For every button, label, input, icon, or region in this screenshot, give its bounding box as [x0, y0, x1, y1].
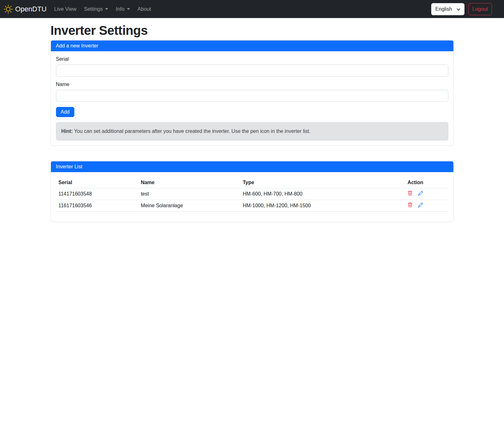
- add-button[interactable]: Add: [56, 107, 74, 117]
- hint-text: You can set additional parameters after …: [73, 128, 311, 134]
- sun-icon: [4, 5, 13, 14]
- cell-serial: 114171603548: [56, 188, 138, 200]
- column-header-type: Type: [240, 177, 405, 188]
- trash-icon: [408, 203, 413, 209]
- brand-label: OpenDTU: [15, 5, 47, 13]
- language-select[interactable]: English: [431, 3, 464, 15]
- cell-action: [405, 200, 448, 212]
- cell-type: HM-1000, HM-1200, HM-1500: [240, 200, 405, 212]
- pencil-icon: [418, 191, 423, 197]
- inverter-list-card: Inverter List Serial Name Type Action 11…: [51, 161, 454, 222]
- name-input[interactable]: [56, 90, 448, 102]
- hint-alert: Hint: You can set additional parameters …: [56, 122, 448, 140]
- serial-label: Serial: [56, 56, 448, 62]
- edit-inverter-button[interactable]: [418, 203, 423, 209]
- page-title: Inverter Settings: [51, 23, 454, 38]
- cell-type: HM-600, HM-700, HM-800: [240, 188, 405, 200]
- nav-item-settings[interactable]: Settings: [81, 3, 111, 15]
- navbar: OpenDTU Live View Settings Info About En…: [0, 0, 504, 18]
- edit-inverter-button[interactable]: [418, 191, 423, 197]
- delete-inverter-button[interactable]: [408, 191, 413, 197]
- nav-item-label: Info: [116, 6, 125, 12]
- cell-name: test: [138, 188, 240, 200]
- trash-icon: [408, 191, 413, 197]
- main-content: Inverter Settings Add a new Inverter Ser…: [47, 23, 457, 222]
- nav-item-about[interactable]: About: [135, 3, 154, 15]
- nav-item-label: Live View: [54, 6, 76, 12]
- logout-button[interactable]: Logout: [468, 3, 492, 15]
- column-header-name: Name: [138, 177, 240, 188]
- inverter-list-card-header: Inverter List: [51, 161, 453, 172]
- delete-inverter-button[interactable]: [408, 203, 413, 209]
- cell-serial: 116171603546: [56, 200, 138, 212]
- column-header-action: Action: [405, 177, 448, 188]
- pencil-icon: [418, 203, 423, 209]
- brand-link[interactable]: OpenDTU: [4, 5, 47, 14]
- cell-action: [405, 188, 448, 200]
- nav-item-info[interactable]: Info: [113, 3, 133, 15]
- add-inverter-card-header: Add a new Inverter: [51, 41, 453, 51]
- column-header-serial: Serial: [56, 177, 138, 188]
- serial-input[interactable]: [56, 65, 448, 77]
- table-row: 116171603546 Meine Solaranlage HM-1000, …: [56, 200, 448, 212]
- table-row: 114171603548 test HM-600, HM-700, HM-800: [56, 188, 448, 200]
- nav-item-label: About: [138, 6, 151, 12]
- cell-name: Meine Solaranlage: [138, 200, 240, 212]
- hint-label: Hint:: [61, 128, 73, 134]
- nav-item-live-view[interactable]: Live View: [52, 3, 79, 15]
- inverter-table: Serial Name Type Action 114171603548 tes…: [56, 177, 448, 212]
- name-label: Name: [56, 82, 448, 87]
- add-inverter-card: Add a new Inverter Serial Name Add Hint:…: [51, 40, 454, 146]
- caret-down-icon: [127, 8, 130, 10]
- caret-down-icon: [105, 8, 108, 10]
- table-header-row: Serial Name Type Action: [56, 177, 448, 188]
- nav-item-label: Settings: [84, 6, 103, 12]
